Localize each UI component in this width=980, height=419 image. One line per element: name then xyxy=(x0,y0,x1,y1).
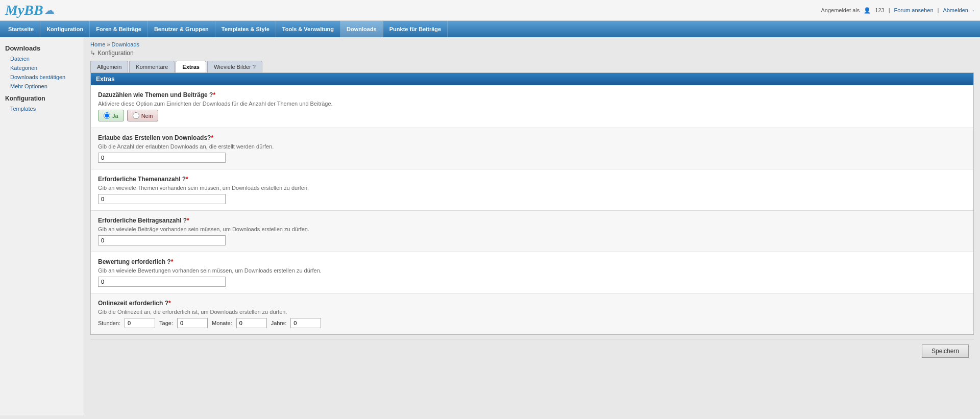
field-label-themen: Erforderliche Themenanzahl ?* xyxy=(98,176,966,183)
radio-nein[interactable]: Nein xyxy=(127,110,159,121)
page-title-arrow: ↳ xyxy=(90,50,95,57)
logged-in-label: Angemeldet als xyxy=(821,7,860,13)
page-title: Konfiguration xyxy=(97,50,134,57)
card-body: Dazuzählen wie Themen und Beiträge ?* Ak… xyxy=(91,85,973,334)
tabs: Allgemein Kommentare Extras Wieviele Bil… xyxy=(90,61,974,72)
section-themenanzahl: Erforderliche Themenanzahl ?* Gib an wie… xyxy=(91,169,973,211)
sidebar-item-kategorien[interactable]: Kategorien xyxy=(0,63,84,72)
tab-wieviele-bilder[interactable]: Wieviele Bilder ? xyxy=(207,61,262,72)
nav-foren-beitraege[interactable]: Foren & Beiträge xyxy=(90,21,148,37)
inline-fields-onlinezeit: Stunden: Tage: Monate: Jahre: xyxy=(98,318,966,328)
sidebar-item-downloads-bestaetigen[interactable]: Downloads bestätigen xyxy=(0,72,84,82)
field-label-beitraege: Erforderliche Beitragsanzahl ?* xyxy=(98,217,966,224)
forum-link[interactable]: Forum ansehen xyxy=(894,7,933,13)
save-area: Speichern xyxy=(90,339,974,363)
card-header: Extras xyxy=(91,73,973,85)
input-bewertung[interactable] xyxy=(98,277,226,287)
username: 123 xyxy=(875,7,884,13)
field-label-dazuzaehlen: Dazuzählen wie Themen und Beiträge ?* xyxy=(98,91,966,98)
breadcrumb-sep1: » xyxy=(107,41,111,47)
separator: | xyxy=(889,7,890,13)
nav-templates-style[interactable]: Templates & Style xyxy=(215,21,276,37)
logo-my: My xyxy=(5,2,24,18)
radio-group-dazuzaehlen: Ja Nein xyxy=(98,110,966,121)
required-star5: * xyxy=(171,258,174,265)
nav-benutzer-gruppen[interactable]: Benutzer & Gruppen xyxy=(148,21,215,37)
nav-startseite[interactable]: Startseite xyxy=(2,21,40,37)
logo: MyBB ☁ xyxy=(5,2,55,18)
input-monate[interactable] xyxy=(236,318,267,328)
page-title-row: ↳ Konfiguration xyxy=(90,50,974,57)
label-tage: Tage: xyxy=(159,320,173,326)
input-tage[interactable] xyxy=(177,318,208,328)
label-jahre: Jahre: xyxy=(271,320,287,326)
input-jahre[interactable] xyxy=(290,318,321,328)
logo-text: MyBB xyxy=(5,2,43,18)
sidebar-item-templates[interactable]: Templates xyxy=(0,104,84,113)
required-star4: * xyxy=(187,217,189,224)
logo-cloud: ☁ xyxy=(44,4,55,16)
radio-ja[interactable]: Ja xyxy=(98,110,124,121)
radio-nein-label: Nein xyxy=(141,113,153,119)
nav-downloads[interactable]: Downloads xyxy=(340,21,383,37)
extras-card: Extras Dazuzählen wie Themen und Beiträg… xyxy=(90,72,974,335)
tab-allgemein[interactable]: Allgemein xyxy=(90,61,128,72)
section-onlinezeit: Onlinezeit erforderlich ?* Gib die Onlin… xyxy=(91,293,973,334)
separator2: | xyxy=(938,7,939,13)
input-themenanzahl[interactable] xyxy=(98,194,226,204)
tab-kommentare[interactable]: Kommentare xyxy=(129,61,175,72)
logo-bb: BB xyxy=(24,2,43,18)
tab-extras[interactable]: Extras xyxy=(176,61,206,72)
label-monate: Monate: xyxy=(212,320,232,326)
breadcrumb-home[interactable]: Home xyxy=(90,41,105,47)
section-bewertung: Bewertung erforderlich ?* Gib an wieviel… xyxy=(91,252,973,293)
sidebar: Downloads Dateien Kategorien Downloads b… xyxy=(0,37,84,415)
radio-nein-input[interactable] xyxy=(133,112,139,119)
field-desc-bewertung: Gib an wieviele Bewertungen vorhanden se… xyxy=(98,267,966,274)
section-dazuzaehlen: Dazuzählen wie Themen und Beiträge ?* Ak… xyxy=(91,85,973,128)
field-desc-dazuzaehlen: Aktiviere diese Option zum Einrichten de… xyxy=(98,101,966,107)
input-erlaube[interactable] xyxy=(98,153,226,163)
field-label-bewertung: Bewertung erforderlich ?* xyxy=(98,258,966,265)
required-star: * xyxy=(213,91,215,98)
radio-ja-input[interactable] xyxy=(104,112,110,119)
section-beitragsanzahl: Erforderliche Beitragsanzahl ?* Gib an w… xyxy=(91,211,973,252)
breadcrumb-downloads[interactable]: Downloads xyxy=(112,41,139,47)
required-star2: * xyxy=(211,134,213,141)
navbar: Startseite Konfiguration Foren & Beiträg… xyxy=(0,21,980,37)
input-beitragsanzahl[interactable] xyxy=(98,235,226,245)
label-stunden: Stunden: xyxy=(98,320,120,326)
field-desc-onlinezeit: Gib die Onlinezeit an, die erforderlich … xyxy=(98,309,966,315)
sidebar-item-mehr-optionen[interactable]: Mehr Optionen xyxy=(0,82,84,91)
user-info: Angemeldet als 👤 123 | Forum ansehen | A… xyxy=(821,7,975,14)
sidebar-section-konfiguration: Konfiguration xyxy=(0,91,84,104)
sidebar-item-dateien[interactable]: Dateien xyxy=(0,54,84,63)
arrow-icon: → xyxy=(970,8,975,13)
nav-tools-verwaltung[interactable]: Tools & Verwaltung xyxy=(276,21,340,37)
required-star6: * xyxy=(168,300,171,307)
field-desc-themen: Gib an wieviele Themen vorhanden sein mü… xyxy=(98,185,966,191)
sidebar-section-downloads: Downloads xyxy=(0,41,84,54)
user-icon: 👤 xyxy=(864,7,871,14)
save-button[interactable]: Speichern xyxy=(922,344,969,358)
field-desc-erlaube: Gib die Anzahl der erlaubten Downloads a… xyxy=(98,143,966,150)
breadcrumb: Home » Downloads xyxy=(90,41,974,47)
required-star3: * xyxy=(186,176,188,183)
radio-ja-label: Ja xyxy=(112,113,118,119)
section-erlaube-erstellen: Erlaube das Erstellen von Downloads?* Gi… xyxy=(91,128,973,169)
field-label-erlaube: Erlaube das Erstellen von Downloads?* xyxy=(98,134,966,141)
content-area: Home » Downloads ↳ Konfiguration Allgeme… xyxy=(84,37,980,415)
field-desc-beitraege: Gib an wieviele Beiträge vorhanden sein … xyxy=(98,226,966,232)
field-label-onlinezeit: Onlinezeit erforderlich ?* xyxy=(98,300,966,307)
logout-label: Abmelden xyxy=(943,7,968,13)
input-stunden[interactable] xyxy=(125,318,155,328)
logout-link[interactable]: Abmelden → xyxy=(943,7,975,13)
nav-punkte[interactable]: Punkte für Beiträge xyxy=(383,21,448,37)
nav-konfiguration[interactable]: Konfiguration xyxy=(40,21,90,37)
